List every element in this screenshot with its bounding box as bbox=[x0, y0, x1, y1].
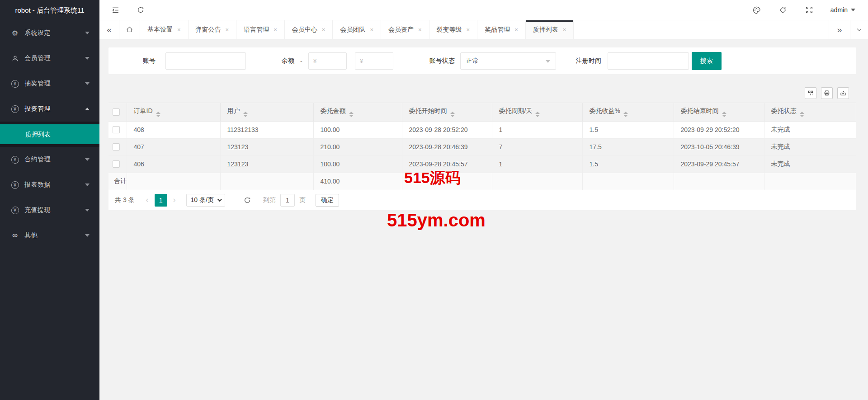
sort-icon[interactable] bbox=[722, 112, 726, 117]
search-button[interactable]: 搜索 bbox=[692, 52, 722, 70]
tab-member-team[interactable]: 会员团队× bbox=[333, 20, 381, 39]
row-checkbox[interactable] bbox=[113, 126, 120, 133]
chevron-down-icon bbox=[85, 82, 90, 85]
tab-member-center[interactable]: 会员中心× bbox=[285, 20, 333, 39]
current-page-button[interactable]: 1 bbox=[155, 194, 167, 207]
refresh-table-icon[interactable] bbox=[243, 196, 251, 204]
column-header-start-time[interactable]: 委托开始时间 bbox=[402, 103, 492, 121]
sidebar-item-deposit-withdraw[interactable]: ¥ 充值提现 bbox=[0, 198, 99, 223]
table-header-row: 订单ID 用户 委托金额 委托开始时间 委托周期/天 委托收益% 委托结束时间 … bbox=[108, 103, 856, 121]
table-toolbar bbox=[108, 83, 856, 103]
theme-palette-icon[interactable] bbox=[752, 5, 762, 15]
sort-icon[interactable] bbox=[535, 112, 540, 117]
column-header-order-id[interactable]: 订单ID bbox=[127, 103, 220, 121]
tab-basic-settings[interactable]: 基本设置× bbox=[140, 20, 189, 39]
yen-circle-icon: ¥ bbox=[11, 105, 19, 113]
sidebar-item-label: 系统设定 bbox=[24, 29, 85, 37]
tabs-scroll-left-button[interactable]: « bbox=[99, 20, 119, 39]
tabbar: « 基本设置× 弹窗公告× 语言管理× 会员中心× 会员团队× 会员资产× 裂变… bbox=[99, 20, 868, 39]
page-size-select[interactable]: 10 条/页 bbox=[186, 194, 225, 207]
confirm-page-button[interactable]: 确定 bbox=[316, 194, 339, 207]
admin-user-menu[interactable]: admin bbox=[830, 6, 855, 14]
register-time-input[interactable] bbox=[608, 52, 689, 70]
column-header-end-time[interactable]: 委托结束时间 bbox=[674, 103, 764, 121]
sidebar-item-label: 其他 bbox=[24, 231, 85, 240]
export-button[interactable] bbox=[837, 87, 849, 99]
row-checkbox[interactable] bbox=[113, 143, 120, 151]
sidebar-item-label: 会员管理 bbox=[24, 54, 85, 62]
cell-order-id: 407 bbox=[127, 138, 220, 155]
sidebar-item-lottery-management[interactable]: ¥ 抽奖管理 bbox=[0, 71, 99, 96]
close-icon[interactable]: × bbox=[226, 26, 229, 33]
sort-icon[interactable] bbox=[623, 112, 628, 117]
tab-fission-level[interactable]: 裂变等级× bbox=[429, 20, 478, 39]
next-page-button[interactable]: › bbox=[169, 195, 180, 205]
tag-icon[interactable] bbox=[778, 5, 788, 15]
tabs-menu-button[interactable] bbox=[850, 20, 868, 39]
close-icon[interactable]: × bbox=[322, 26, 326, 33]
balance-label: 余额 bbox=[282, 57, 294, 65]
sidebar-item-other[interactable]: ∞ 其他 bbox=[0, 223, 99, 248]
collapse-sidebar-icon[interactable] bbox=[110, 5, 120, 15]
balance-max-input[interactable] bbox=[355, 52, 393, 70]
sort-icon[interactable] bbox=[800, 112, 804, 117]
cell-period-days: 1 bbox=[492, 155, 582, 173]
tabs-scroll-right-button[interactable]: » bbox=[829, 20, 850, 39]
close-icon[interactable]: × bbox=[563, 26, 566, 33]
sidebar-item-system-settings[interactable]: ⚙ 系统设定 bbox=[0, 20, 99, 46]
sort-icon[interactable] bbox=[450, 112, 455, 117]
gear-icon: ⚙ bbox=[11, 29, 19, 37]
sidebar-item-member-management[interactable]: 会员管理 bbox=[0, 46, 99, 71]
close-icon[interactable]: × bbox=[418, 26, 422, 33]
sidebar: robot - 后台管理系统11 ⚙ 系统设定 会员管理 ¥ 抽奖管理 ¥ 投资… bbox=[0, 0, 99, 400]
page-size-value: 10 条/页 bbox=[191, 196, 214, 204]
topbar: admin bbox=[99, 0, 868, 20]
close-icon[interactable]: × bbox=[467, 26, 470, 33]
yen-circle-icon: ¥ bbox=[11, 80, 19, 88]
account-status-select[interactable]: 正常 bbox=[460, 52, 556, 70]
account-input[interactable] bbox=[165, 52, 246, 70]
close-icon[interactable]: × bbox=[177, 26, 181, 33]
sidebar-item-report-data[interactable]: ¥ 报表数据 bbox=[0, 172, 99, 198]
sidebar-item-investment-management[interactable]: ¥ 投资管理 bbox=[0, 96, 99, 122]
table-row: 407 123123 210.00 2023-09-28 20:46:39 7 … bbox=[108, 138, 856, 155]
sort-icon[interactable] bbox=[349, 112, 354, 117]
close-icon[interactable]: × bbox=[370, 26, 373, 33]
tab-pledge-list[interactable]: 质押列表× bbox=[526, 20, 574, 39]
column-header-profit-pct[interactable]: 委托收益% bbox=[582, 103, 674, 121]
sidebar-item-contract-management[interactable]: ¥ 合约管理 bbox=[0, 147, 99, 172]
filter-columns-button[interactable] bbox=[805, 87, 816, 99]
sort-icon[interactable] bbox=[243, 112, 248, 117]
user-icon bbox=[11, 54, 19, 62]
column-header-status[interactable]: 委托状态 bbox=[764, 103, 856, 121]
print-button[interactable] bbox=[821, 87, 833, 99]
sidebar-subitem-pledge-list[interactable]: 质押列表 bbox=[0, 124, 99, 144]
goto-page-input[interactable] bbox=[280, 194, 295, 207]
sort-icon[interactable] bbox=[156, 112, 160, 117]
tab-home[interactable] bbox=[119, 20, 140, 39]
cell-user: 123123 bbox=[220, 155, 313, 173]
tab-popup-notice[interactable]: 弹窗公告× bbox=[189, 20, 237, 39]
tab-member-assets[interactable]: 会员资产× bbox=[381, 20, 429, 39]
chevron-down-icon bbox=[546, 60, 550, 63]
balance-min-input[interactable] bbox=[308, 52, 347, 70]
select-all-checkbox[interactable] bbox=[113, 108, 120, 116]
column-header-period-days[interactable]: 委托周期/天 bbox=[492, 103, 582, 121]
column-header-user[interactable]: 用户 bbox=[220, 103, 313, 121]
refresh-icon[interactable] bbox=[136, 5, 146, 15]
close-icon[interactable]: × bbox=[514, 26, 518, 33]
close-icon[interactable]: × bbox=[274, 26, 277, 33]
chevron-down-icon bbox=[856, 27, 862, 33]
tab-language-management[interactable]: 语言管理× bbox=[236, 20, 285, 39]
cell-user: 123123 bbox=[220, 138, 313, 155]
select-all-cell bbox=[108, 103, 127, 121]
column-header-amount[interactable]: 委托金额 bbox=[313, 103, 402, 121]
row-checkbox[interactable] bbox=[113, 160, 120, 168]
prev-page-button[interactable]: ‹ bbox=[142, 195, 153, 205]
cell-period-days: 7 bbox=[492, 138, 582, 155]
app-title: robot - 后台管理系统11 bbox=[0, 0, 99, 20]
tab-prize-management[interactable]: 奖品管理× bbox=[477, 20, 526, 39]
cell-status: 未完成 bbox=[764, 138, 856, 155]
account-label: 账号 bbox=[143, 57, 156, 65]
fullscreen-icon[interactable] bbox=[804, 5, 814, 15]
